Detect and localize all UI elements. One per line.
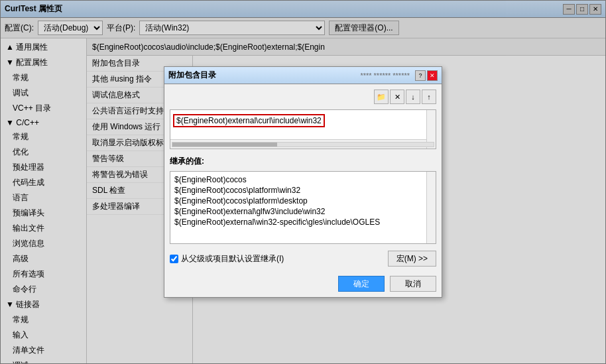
dialog: 附加包含目录 **** ****** ****** ? ✕ 📁 ✕ ↓ ↑	[164, 66, 442, 298]
inherited-list: $(EngineRoot)cocos $(EngineRoot)cocos\pl…	[170, 172, 436, 243]
inherited-item-1: $(EngineRoot)cocos\platform\win32	[174, 185, 424, 196]
move-up-button[interactable]: ↑	[422, 90, 436, 104]
move-down-button[interactable]: ↓	[406, 90, 420, 104]
dialog-input-area[interactable]: $(EngineRoot)external\curl\include\win32	[170, 109, 436, 149]
cancel-button[interactable]: 取消	[390, 276, 436, 292]
dialog-help-button[interactable]: ?	[415, 70, 426, 81]
hscroll-track[interactable]	[172, 142, 434, 147]
inherited-item-4: $(EngineRoot)external\win32-specific\gle…	[174, 217, 424, 227]
inherited-item-3: $(EngineRoot)external\glfw3\include\win3…	[174, 206, 424, 217]
ok-button[interactable]: 确定	[338, 276, 385, 292]
inherited-label: 继承的值:	[170, 156, 436, 167]
inherited-item-0: $(EngineRoot)cocos	[174, 174, 424, 185]
hscroll-thumb[interactable]	[172, 143, 277, 147]
dialog-close-button[interactable]: ✕	[427, 70, 438, 81]
dialog-title-bar: 附加包含目录 **** ****** ****** ? ✕	[164, 67, 442, 84]
checkbox-label: 从父级或项目默认设置继承(I)	[181, 253, 284, 265]
dialog-title-masked: **** ****** ******	[360, 72, 410, 80]
inherited-item-2: $(EngineRoot)cocos\platform\desktop	[174, 196, 424, 206]
modal-overlay: 附加包含目录 **** ****** ****** ? ✕ 📁 ✕ ↓ ↑	[0, 0, 606, 364]
delete-button[interactable]: ✕	[390, 90, 404, 104]
dialog-toolbar: 📁 ✕ ↓ ↑	[170, 90, 436, 104]
dialog-footer: 确定 取消	[164, 272, 442, 297]
folder-button[interactable]: 📁	[374, 90, 389, 104]
dialog-title-icons: **** ****** ****** ? ✕	[360, 70, 438, 81]
inherit-checkbox[interactable]	[170, 255, 178, 263]
inherited-list-container: $(EngineRoot)cocos $(EngineRoot)cocos\pl…	[170, 171, 436, 244]
selected-path-text[interactable]: $(EngineRoot)external\curl\include\win32	[173, 114, 325, 127]
horizontal-scrollbar[interactable]	[170, 139, 436, 149]
dialog-title: 附加包含目录	[168, 70, 216, 81]
inherited-scrollbar[interactable]	[426, 172, 436, 243]
macro-button[interactable]: 宏(M) >>	[388, 251, 436, 267]
dialog-body: 📁 ✕ ↓ ↑ $(EngineRoot)external\curl\inclu…	[164, 84, 442, 272]
checkbox-row: 从父级或项目默认设置继承(I) 宏(M) >>	[170, 251, 436, 267]
